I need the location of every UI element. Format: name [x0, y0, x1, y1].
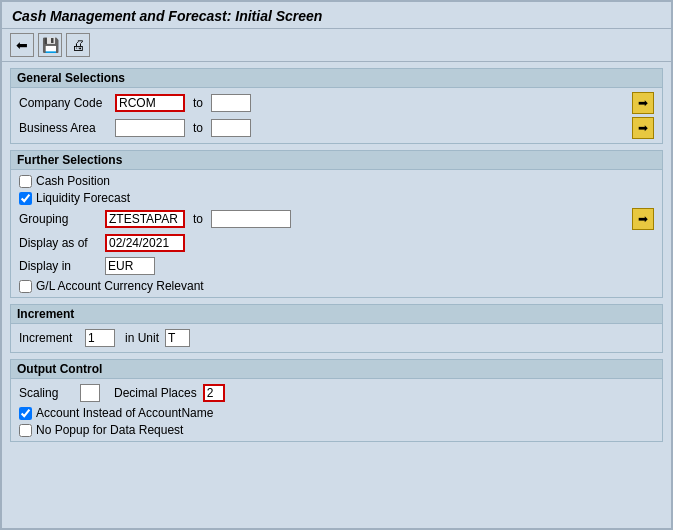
account-instead-label: Account Instead of AccountName — [36, 406, 213, 420]
output-control-header: Output Control — [11, 360, 662, 379]
business-area-label: Business Area — [19, 121, 109, 135]
main-window: Cash Management and Forecast: Initial Sc… — [0, 0, 673, 530]
business-area-row: Business Area to ➡ — [19, 117, 654, 139]
in-unit-input[interactable] — [165, 329, 190, 347]
save-icon: 💾 — [42, 37, 59, 53]
further-selections-header: Further Selections — [11, 151, 662, 170]
gl-account-row: G/L Account Currency Relevant — [19, 279, 654, 293]
business-area-nav-btn[interactable]: ➡ — [632, 117, 654, 139]
no-popup-row: No Popup for Data Request — [19, 423, 654, 437]
grouping-row: Grouping to ➡ — [19, 208, 654, 230]
display-as-of-label: Display as of — [19, 236, 99, 250]
cash-position-label: Cash Position — [36, 174, 110, 188]
general-selections-body: Company Code to ➡ Business Area to — [11, 88, 662, 143]
general-selections-section: General Selections Company Code to ➡ Bus… — [10, 68, 663, 144]
title-bar: Cash Management and Forecast: Initial Sc… — [2, 2, 671, 29]
toolbar-btn-save[interactable]: 💾 — [38, 33, 62, 57]
company-code-row: Company Code to ➡ — [19, 92, 654, 114]
cash-position-checkbox[interactable] — [19, 175, 32, 188]
display-as-of-row: Display as of — [19, 233, 654, 253]
grouping-to-label: to — [193, 212, 203, 226]
display-in-input[interactable] — [105, 257, 155, 275]
no-popup-label: No Popup for Data Request — [36, 423, 183, 437]
decimal-places-label: Decimal Places — [114, 386, 197, 400]
display-as-of-input[interactable] — [105, 234, 185, 252]
company-code-to-input[interactable] — [211, 94, 251, 112]
content-area: General Selections Company Code to ➡ Bus… — [2, 62, 671, 528]
toolbar: ⬅ 💾 🖨 — [2, 29, 671, 62]
account-instead-checkbox[interactable] — [19, 407, 32, 420]
increment-row: Increment in Unit — [19, 328, 654, 348]
gl-account-label: G/L Account Currency Relevant — [36, 279, 204, 293]
decimal-places-input[interactable] — [203, 384, 225, 402]
scaling-row: Scaling Decimal Places — [19, 383, 654, 403]
further-selections-body: Cash Position Liquidity Forecast Groupin… — [11, 170, 662, 297]
business-area-to-label: to — [193, 121, 203, 135]
liquidity-forecast-label: Liquidity Forecast — [36, 191, 130, 205]
company-code-to-label: to — [193, 96, 203, 110]
account-instead-row: Account Instead of AccountName — [19, 406, 654, 420]
increment-header: Increment — [11, 305, 662, 324]
company-code-nav-btn[interactable]: ➡ — [632, 92, 654, 114]
display-in-label: Display in — [19, 259, 99, 273]
company-code-label: Company Code — [19, 96, 109, 110]
grouping-label: Grouping — [19, 212, 99, 226]
arrow-right-icon-3: ➡ — [638, 212, 648, 226]
toolbar-btn-print[interactable]: 🖨 — [66, 33, 90, 57]
grouping-nav-btn[interactable]: ➡ — [632, 208, 654, 230]
scaling-label: Scaling — [19, 386, 74, 400]
no-popup-checkbox[interactable] — [19, 424, 32, 437]
business-area-input[interactable] — [115, 119, 185, 137]
arrow-right-icon: ➡ — [638, 96, 648, 110]
general-selections-header: General Selections — [11, 69, 662, 88]
increment-section: Increment Increment in Unit — [10, 304, 663, 353]
business-area-to-input[interactable] — [211, 119, 251, 137]
further-selections-section: Further Selections Cash Position Liquidi… — [10, 150, 663, 298]
in-unit-label: in Unit — [125, 331, 159, 345]
output-control-section: Output Control Scaling Decimal Places Ac… — [10, 359, 663, 442]
arrow-right-icon-2: ➡ — [638, 121, 648, 135]
scaling-input[interactable] — [80, 384, 100, 402]
increment-input[interactable] — [85, 329, 115, 347]
grouping-input[interactable] — [105, 210, 185, 228]
grouping-to-input[interactable] — [211, 210, 291, 228]
company-code-input[interactable] — [115, 94, 185, 112]
output-control-body: Scaling Decimal Places Account Instead o… — [11, 379, 662, 441]
increment-body: Increment in Unit — [11, 324, 662, 352]
back-icon: ⬅ — [16, 37, 28, 53]
gl-account-checkbox[interactable] — [19, 280, 32, 293]
liquidity-forecast-checkbox[interactable] — [19, 192, 32, 205]
print-icon: 🖨 — [71, 37, 85, 53]
display-in-row: Display in — [19, 256, 654, 276]
window-title: Cash Management and Forecast: Initial Sc… — [12, 8, 661, 24]
cash-position-row: Cash Position — [19, 174, 654, 188]
toolbar-btn-back[interactable]: ⬅ — [10, 33, 34, 57]
increment-label: Increment — [19, 331, 79, 345]
liquidity-forecast-row: Liquidity Forecast — [19, 191, 654, 205]
